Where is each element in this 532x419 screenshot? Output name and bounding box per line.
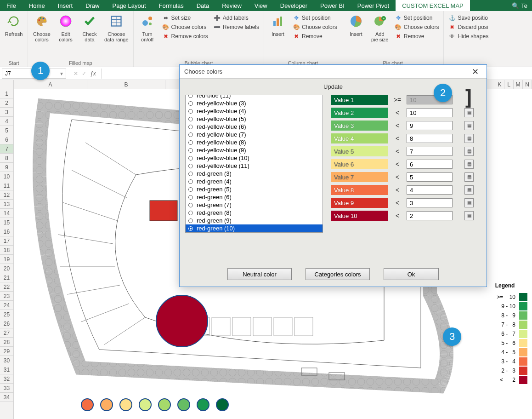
row-header[interactable]: 8 [0,154,13,163]
bubble-turn-button[interactable]: Turn on/off [136,12,158,44]
choose-data-range-button[interactable]: Choose data range [102,12,130,44]
tab-power-bi[interactable]: Power BI [314,0,351,11]
threshold-input[interactable] [407,172,453,182]
scheme-option[interactable]: red-green (6) [186,193,323,201]
tab-power-pivot[interactable]: Power Pivot [351,0,396,11]
row-header[interactable]: 23 [0,292,13,301]
threshold-input[interactable] [407,147,453,156]
row-header[interactable]: 27 [0,328,13,338]
tab-insert[interactable]: Insert [51,0,79,11]
color-picker-button[interactable]: ▤ [464,172,474,182]
tab-custom-excel-map[interactable]: CUSTOM EXCEL MAP [396,0,470,11]
pie-remove-button[interactable]: ✖Remove [393,32,441,40]
save-position-button[interactable]: ⚓Save positio [447,14,490,22]
row-header[interactable]: 6 [0,135,13,144]
row-header[interactable]: 10 [0,172,13,181]
choose-colors-button[interactable]: Choose colors [31,12,53,44]
tab-review[interactable]: Review [215,0,248,11]
threshold-input[interactable] [407,160,453,169]
row-header[interactable]: 2 [0,98,13,108]
bubble-choose-colors-button[interactable]: 🎨Choose colors [160,23,210,31]
scheme-option[interactable]: red-green (4) [186,178,323,185]
scheme-option[interactable]: red-yellow-blue (7) [186,131,323,138]
neutral-color-button[interactable]: Neutral color [227,268,292,280]
color-picker-button[interactable]: ▤ [464,198,474,207]
value-swatch[interactable]: Value 3 [331,121,388,131]
tab-home[interactable]: Home [23,0,51,11]
column-set-position-button[interactable]: ✥Set position [291,14,339,22]
scheme-option[interactable]: red-yellow-blue (3) [186,99,323,107]
row-header[interactable]: 3 [0,108,13,117]
column-header[interactable]: L [504,80,514,89]
color-picker-button[interactable]: ▤ [464,121,474,130]
value-swatch[interactable]: Value 2 [331,108,388,118]
tell-me-search[interactable]: 🔍 Te [507,2,532,9]
scheme-option[interactable]: red-yellow-blue (11) [186,162,323,170]
tab-view[interactable]: View [248,0,274,11]
add-pie-size-button[interactable]: + Add pie size [369,12,391,44]
value-swatch[interactable]: Value 5 [331,146,388,156]
row-header[interactable]: 31 [0,365,13,374]
color-picker-button[interactable]: ▤ [464,147,474,156]
scheme-option[interactable]: red-blue (11) [186,95,323,99]
row-header[interactable]: 20 [0,264,13,273]
check-data-button[interactable]: Check data [79,12,101,44]
row-header[interactable]: 29 [0,347,13,356]
tab-developer[interactable]: Developer [274,0,314,11]
value-swatch[interactable]: Value 1 [331,95,388,105]
row-headers[interactable]: 1234567891011121314151617181920212223242… [0,89,14,419]
pie-insert-button[interactable]: Insert [345,12,367,39]
row-header[interactable]: 30 [0,356,13,365]
scheme-option[interactable]: red-green (9) [186,217,323,224]
threshold-input[interactable] [407,211,453,220]
row-header[interactable]: 18 [0,246,13,255]
threshold-input[interactable] [407,121,453,130]
scheme-option[interactable]: red-green (10) [186,224,323,232]
row-header[interactable]: 16 [0,227,13,236]
edit-colors-button[interactable]: Edit colors [55,12,77,44]
scheme-option[interactable]: red-green (7) [186,201,323,209]
value-swatch[interactable]: Value 7 [331,172,388,182]
row-header[interactable]: 15 [0,218,13,227]
accept-formula-icon[interactable]: ✓ [82,70,86,77]
pie-set-position-button[interactable]: ✥Set position [393,14,441,22]
threshold-input[interactable] [407,134,453,143]
row-header[interactable]: 17 [0,236,13,246]
value-swatch[interactable]: Value 6 [331,159,388,169]
scheme-option[interactable]: red-green (3) [186,170,323,178]
row-header[interactable]: 12 [0,190,13,200]
row-header[interactable]: 9 [0,163,13,172]
row-header[interactable]: 33 [0,384,13,393]
set-size-button[interactable]: ⬌Set size [160,14,210,22]
cancel-formula-icon[interactable]: ✕ [74,70,78,77]
scheme-option[interactable]: red-green (8) [186,209,323,217]
tab-file[interactable]: File [0,0,23,11]
dropdown-icon[interactable]: ▾ [60,70,63,77]
dialog-titlebar[interactable]: Choose colors ✕ [180,65,487,79]
scheme-option[interactable]: red-green (5) [186,185,323,193]
categories-colors-button[interactable]: Categories colors [306,268,370,280]
value-swatch[interactable]: Value 8 [331,185,388,195]
column-header[interactable]: N [523,80,532,89]
column-choose-colors-button[interactable]: 🎨Choose colors [291,23,339,31]
threshold-input[interactable] [407,198,453,207]
row-header[interactable]: 11 [0,181,13,190]
scheme-option[interactable]: red-yellow-blue (10) [186,154,323,162]
scheme-option[interactable]: red-yellow-blue (8) [186,138,323,146]
discard-position-button[interactable]: ✖Discard posi [447,23,490,31]
row-header[interactable]: 21 [0,273,13,282]
pie-choose-colors-button[interactable]: 🎨Choose colors [393,23,441,31]
row-header[interactable]: 1 [0,89,13,98]
ok-button[interactable]: Ok [384,268,439,280]
color-picker-button[interactable]: ▤ [464,211,474,220]
row-header[interactable]: 13 [0,200,13,209]
add-labels-button[interactable]: ➕Add labels [212,14,261,22]
scheme-option[interactable]: red-yellow-blue (6) [186,123,323,131]
refresh-button[interactable]: Refresh [3,12,25,39]
column-header[interactable]: K [495,80,504,89]
tab-page-layout[interactable]: Page Layout [106,0,153,11]
tab-draw[interactable]: Draw [79,0,106,11]
row-header[interactable]: 19 [0,255,13,264]
column-header[interactable]: M [514,80,523,89]
row-header[interactable]: 34 [0,393,13,402]
